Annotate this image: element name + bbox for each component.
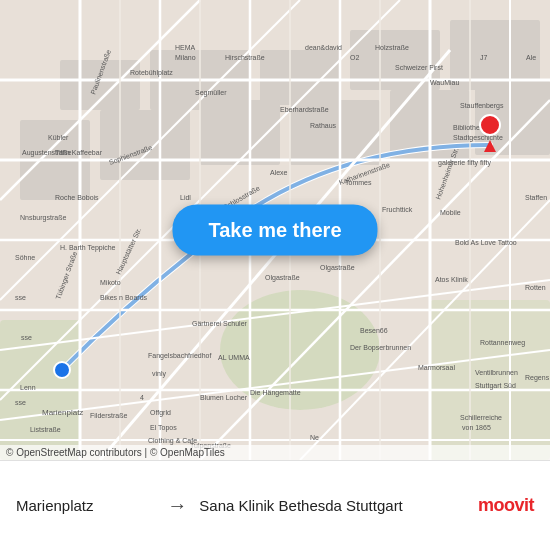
- svg-text:sse: sse: [21, 334, 32, 341]
- svg-text:Blumen Locher: Blumen Locher: [200, 394, 248, 401]
- svg-rect-3: [260, 50, 340, 105]
- map-attribution: © OpenStreetMap contributors | © OpenMap…: [0, 445, 550, 460]
- svg-text:H. Barth Teppiche: H. Barth Teppiche: [60, 244, 116, 252]
- svg-text:4: 4: [140, 394, 144, 401]
- svg-text:Tommes: Tommes: [345, 179, 372, 186]
- svg-text:Hirschstraße: Hirschstraße: [225, 54, 265, 61]
- svg-text:Clothing & Cafe: Clothing & Cafe: [148, 437, 197, 445]
- svg-text:Stauffenbergs: Stauffenbergs: [460, 102, 504, 110]
- svg-text:Kübler: Kübler: [48, 134, 69, 141]
- svg-text:J7: J7: [480, 54, 488, 61]
- svg-text:Söhne: Söhne: [15, 254, 35, 261]
- arrow-icon: →: [155, 494, 199, 517]
- svg-text:Lenn: Lenn: [20, 384, 36, 391]
- svg-text:Die Hängematte: Die Hängematte: [250, 389, 301, 397]
- svg-text:Olgastraße: Olgastraße: [265, 274, 300, 282]
- svg-text:Segmüller: Segmüller: [195, 89, 227, 97]
- svg-text:Rotebühlplatz: Rotebühlplatz: [130, 69, 173, 77]
- svg-point-115: [54, 362, 70, 378]
- svg-text:HEMA: HEMA: [175, 44, 196, 51]
- svg-text:Bold As Love Tattoo: Bold As Love Tattoo: [455, 239, 517, 246]
- svg-text:Marienplatz: Marienplatz: [42, 408, 83, 417]
- svg-text:sse: sse: [15, 294, 26, 301]
- svg-text:dean&david: dean&david: [305, 44, 342, 51]
- moovit-brand-name: moovit: [478, 495, 534, 516]
- svg-text:Olgastraße: Olgastraße: [320, 264, 355, 272]
- svg-text:Filderstraße: Filderstraße: [90, 412, 127, 419]
- bottom-bar: Marienplatz → Sana Klinik Bethesda Stutt…: [0, 460, 550, 550]
- destination-label: Sana Klinik Bethesda Stuttgart: [199, 497, 478, 514]
- origin-label: Marienplatz: [16, 497, 155, 514]
- svg-text:Milano: Milano: [175, 54, 196, 61]
- svg-text:Mobile: Mobile: [440, 209, 461, 216]
- svg-text:WauMiau: WauMiau: [430, 79, 459, 86]
- svg-text:Staffen: Staffen: [525, 194, 547, 201]
- svg-text:Rotten: Rotten: [525, 284, 546, 291]
- svg-text:El Topos: El Topos: [150, 424, 177, 432]
- svg-text:Alexe: Alexe: [270, 169, 288, 176]
- svg-text:Schillerreiche: Schillerreiche: [460, 414, 502, 421]
- svg-text:Ventilbrunnen: Ventilbrunnen: [475, 369, 518, 376]
- moovit-logo: moovit: [478, 495, 534, 516]
- svg-text:Liststraße: Liststraße: [30, 426, 61, 433]
- svg-text:Gärtnerei Schuler: Gärtnerei Schuler: [192, 320, 248, 327]
- svg-text:Mikoto: Mikoto: [100, 279, 121, 286]
- svg-text:Offgrld: Offgrld: [150, 409, 171, 417]
- svg-text:O2: O2: [350, 54, 359, 61]
- svg-text:Rottannenweg: Rottannenweg: [480, 339, 525, 347]
- svg-text:Tiffin Kaffeebar: Tiffin Kaffeebar: [55, 149, 103, 156]
- app: Marienplatz Liststraße Filderstraße Tulp…: [0, 0, 550, 550]
- svg-text:Atos Klinik: Atos Klinik: [435, 276, 468, 283]
- svg-text:Regens: Regens: [525, 374, 550, 382]
- attribution-text: © OpenStreetMap contributors | © OpenMap…: [6, 447, 225, 458]
- svg-text:Holzstraße: Holzstraße: [375, 44, 409, 51]
- svg-text:Stuttgart Süd: Stuttgart Süd: [475, 382, 516, 390]
- svg-text:Fruchttick: Fruchttick: [382, 206, 413, 213]
- svg-text:Stadtgeschichte: Stadtgeschichte: [453, 134, 503, 142]
- svg-text:vinly: vinly: [152, 370, 167, 378]
- svg-text:galererie fifty fifty: galererie fifty fifty: [438, 159, 491, 167]
- svg-point-116: [480, 115, 500, 135]
- svg-text:Ne: Ne: [310, 434, 319, 441]
- take-me-there-button[interactable]: Take me there: [172, 205, 377, 256]
- svg-text:AL UMMA: AL UMMA: [218, 354, 250, 361]
- svg-text:Der Bopserbrunnen: Der Bopserbrunnen: [350, 344, 411, 352]
- svg-text:Nnsburgstraße: Nnsburgstraße: [20, 214, 66, 222]
- svg-text:Bikes n Boards: Bikes n Boards: [100, 294, 148, 301]
- map-container: Marienplatz Liststraße Filderstraße Tulp…: [0, 0, 550, 460]
- svg-text:von 1865: von 1865: [462, 424, 491, 431]
- svg-text:Rathaus: Rathaus: [310, 122, 337, 129]
- svg-text:Besen66: Besen66: [360, 327, 388, 334]
- svg-text:Fangelsbachfriedhof: Fangelsbachfriedhof: [148, 352, 211, 360]
- svg-text:Lidl: Lidl: [180, 194, 191, 201]
- svg-text:Marmorsaal: Marmorsaal: [418, 364, 455, 371]
- svg-text:sse: sse: [15, 399, 26, 406]
- svg-text:Eberhardstraße: Eberhardstraße: [280, 106, 329, 113]
- svg-text:Roche Bobois: Roche Bobois: [55, 194, 99, 201]
- svg-text:Ale: Ale: [526, 54, 536, 61]
- svg-text:Schweizer First: Schweizer First: [395, 64, 443, 71]
